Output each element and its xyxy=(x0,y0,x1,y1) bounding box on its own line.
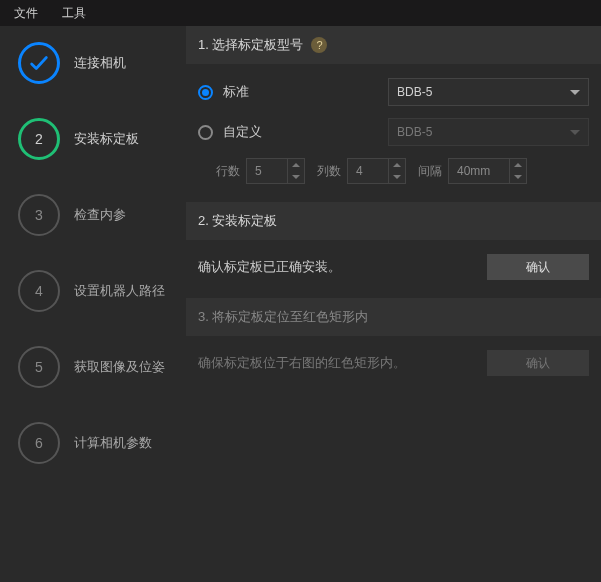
step-2-label: 安装标定板 xyxy=(74,130,139,148)
step-1-label: 连接相机 xyxy=(74,54,126,72)
section-2-panel: 确认标定板已正确安装。 确认 xyxy=(186,240,601,298)
menu-file[interactable]: 文件 xyxy=(4,1,48,26)
radio-icon xyxy=(198,85,213,100)
radio-custom-label: 自定义 xyxy=(223,123,262,141)
chevron-down-icon xyxy=(570,130,580,135)
menu-tools[interactable]: 工具 xyxy=(52,1,96,26)
spacing-value: 40mm xyxy=(449,164,509,178)
step-3[interactable]: 3 检查内参 xyxy=(8,194,178,236)
section-3-title: 3. 将标定板定位至红色矩形内 xyxy=(198,308,368,326)
rows-label: 行数 xyxy=(216,163,240,180)
select-custom-value: BDB-5 xyxy=(397,125,432,139)
step-6[interactable]: 6 计算相机参数 xyxy=(8,422,178,464)
step-4-num: 4 xyxy=(18,270,60,312)
content-panel: 1. 选择标定板型号 ? 标准 BDB-5 自定义 B xyxy=(186,26,601,582)
rows-up xyxy=(288,159,304,171)
select-standard-value: BDB-5 xyxy=(397,85,432,99)
radio-custom[interactable]: 自定义 xyxy=(198,123,378,141)
help-icon[interactable]: ? xyxy=(311,37,327,53)
select-custom: BDB-5 xyxy=(388,118,589,146)
spacing-up xyxy=(510,159,526,171)
check-icon xyxy=(18,42,60,84)
step-4[interactable]: 4 设置机器人路径 xyxy=(8,270,178,312)
cols-value: 4 xyxy=(348,164,388,178)
rows-down xyxy=(288,171,304,183)
rows-input: 5 xyxy=(246,158,305,184)
sidebar: 连接相机 2 安装标定板 3 检查内参 4 设置机器人路径 5 获取图像及位姿 … xyxy=(0,26,186,582)
cols-up xyxy=(389,159,405,171)
spacing-down xyxy=(510,171,526,183)
section-2-text: 确认标定板已正确安装。 xyxy=(198,258,341,276)
menubar: 文件 工具 xyxy=(0,0,601,26)
step-5-num: 5 xyxy=(18,346,60,388)
spacing-label: 间隔 xyxy=(418,163,442,180)
step-6-num: 6 xyxy=(18,422,60,464)
section-3-panel: 确保标定板位于右图的红色矩形内。 确认 xyxy=(186,336,601,394)
section-1-panel: 标准 BDB-5 自定义 BDB-5 行数 xyxy=(186,64,601,202)
step-4-label: 设置机器人路径 xyxy=(74,282,165,300)
section-2-title: 2. 安装标定板 xyxy=(198,212,277,230)
radio-standard[interactable]: 标准 xyxy=(198,83,378,101)
section-1-title: 1. 选择标定板型号 xyxy=(198,36,303,54)
cols-down xyxy=(389,171,405,183)
section-3-header: 3. 将标定板定位至红色矩形内 xyxy=(186,298,601,336)
section-3-text: 确保标定板位于右图的红色矩形内。 xyxy=(198,354,406,372)
step-2[interactable]: 2 安装标定板 xyxy=(8,118,178,160)
select-standard[interactable]: BDB-5 xyxy=(388,78,589,106)
step-6-label: 计算相机参数 xyxy=(74,434,152,452)
chevron-down-icon xyxy=(570,90,580,95)
step-3-label: 检查内参 xyxy=(74,206,126,224)
step-2-num: 2 xyxy=(18,118,60,160)
step-5[interactable]: 5 获取图像及位姿 xyxy=(8,346,178,388)
radio-standard-label: 标准 xyxy=(223,83,249,101)
section-1-header: 1. 选择标定板型号 ? xyxy=(186,26,601,64)
step-3-num: 3 xyxy=(18,194,60,236)
radio-icon xyxy=(198,125,213,140)
cols-input: 4 xyxy=(347,158,406,184)
step-5-label: 获取图像及位姿 xyxy=(74,358,165,376)
section-2-header: 2. 安装标定板 xyxy=(186,202,601,240)
rows-value: 5 xyxy=(247,164,287,178)
spacing-input: 40mm xyxy=(448,158,527,184)
step-1[interactable]: 连接相机 xyxy=(8,42,178,84)
confirm-button-2[interactable]: 确认 xyxy=(487,254,589,280)
cols-label: 列数 xyxy=(317,163,341,180)
confirm-button-3: 确认 xyxy=(487,350,589,376)
